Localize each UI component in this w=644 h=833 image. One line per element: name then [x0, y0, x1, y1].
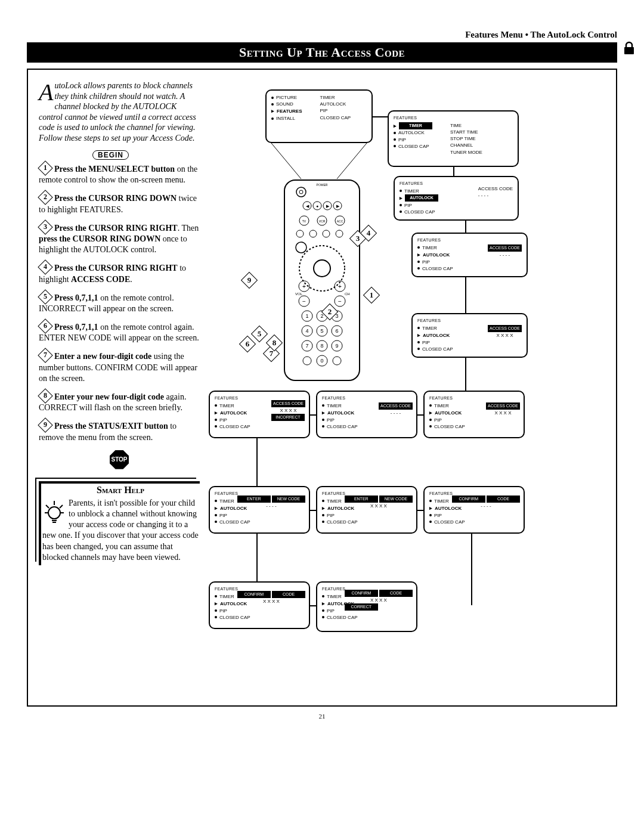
- smart-help-title: Smart Help: [41, 484, 200, 498]
- step-4: 4Press the CURSOR RING RIGHT to highligh…: [39, 262, 200, 284]
- diagram-column: PICTURE SOUND ▸FEATURES INSTALL TIMER AU…: [209, 80, 604, 695]
- menu-correct: FEATURES TIMER ▸AUTOLOCK PIP CLOSED CAP …: [316, 581, 417, 632]
- dropcap: A: [39, 80, 54, 102]
- svg-line-65: [337, 143, 367, 179]
- step-2: 2Press the CURSOR RING DOWN twice to hig…: [39, 193, 200, 215]
- marker-5: 5: [253, 328, 265, 340]
- step-number-icon: 2: [39, 193, 52, 202]
- content-frame: AutoLock allows parents to block channel…: [27, 69, 617, 707]
- marker-4: 4: [363, 227, 374, 239]
- svg-text:0: 0: [320, 358, 323, 364]
- page-title: Setting Up The Access Code: [27, 42, 617, 63]
- svg-text:7: 7: [305, 343, 308, 349]
- step-3: 3Press the CURSOR RING RIGHT. Then press…: [39, 222, 200, 256]
- lock-icon: [623, 41, 635, 55]
- begin-marker: BEGIN: [92, 150, 129, 160]
- marker-1: 1: [366, 289, 377, 301]
- menu-access-xxxx-b: FEATURES TIMER ▸AUTOLOCK PIP CLOSED CAP …: [423, 391, 525, 438]
- svg-text:4: 4: [305, 328, 308, 334]
- step-9: 9Press the STATUS/EXIT button to remove …: [39, 420, 200, 442]
- breadcrumb: Features Menu • The AutoLock Control: [27, 30, 617, 40]
- step-number-icon: 7: [39, 351, 52, 360]
- svg-text:8: 8: [320, 343, 323, 349]
- menu-access-dashes-b: FEATURES TIMER ▸AUTOLOCK PIP CLOSED CAP …: [316, 391, 417, 438]
- marker-2: 2: [324, 306, 336, 318]
- svg-text:6: 6: [335, 328, 338, 334]
- svg-text:●: ●: [316, 204, 318, 208]
- step-number-icon: 4: [39, 262, 52, 272]
- marker-8: 8: [268, 337, 280, 349]
- step-number-icon: 9: [39, 420, 52, 430]
- menu-enter-xxxx: FEATURES TIMER ▸AUTOLOCK PIP CLOSED CAP …: [316, 486, 417, 534]
- svg-text:POWER: POWER: [317, 183, 328, 187]
- menu-enter-dashes: FEATURES TIMER ▸AUTOLOCK PIP CLOSED CAP …: [209, 486, 310, 534]
- marker-6: 6: [242, 338, 253, 350]
- svg-point-1: [48, 507, 60, 519]
- menu-incorrect: FEATURES TIMER ▸AUTOLOCK PIP CLOSED CAP …: [209, 391, 310, 438]
- step-5: 5Press 0,7,1,1 on the remote control. IN…: [39, 292, 200, 314]
- svg-line-64: [271, 143, 301, 179]
- menu-access-xxxx: FEATURES TIMER ▸AUTOLOCK PIP CLOSED CAP …: [411, 313, 528, 358]
- svg-text:VOL: VOL: [295, 292, 303, 296]
- step-6: 6Press 0,7,1,1 on the remote control aga…: [39, 321, 200, 343]
- svg-text:CH: CH: [345, 292, 350, 296]
- svg-line-3: [46, 505, 49, 508]
- menu-confirm-xxxx: FEATURES TIMER ▸AUTOLOCK PIP CLOSED CAP …: [209, 581, 310, 629]
- svg-rect-7: [284, 180, 360, 380]
- step-1: 1Press the MENU/SELECT button on the rem…: [39, 163, 200, 185]
- svg-text:9: 9: [335, 343, 338, 349]
- svg-text:ACC: ACC: [337, 219, 343, 223]
- smart-help-box: Smart Help Parents, it isn't possible fo…: [39, 481, 200, 565]
- menu-access-dashes: FEATURES TIMER ▸AUTOLOCK PIP CLOSED CAP …: [411, 233, 528, 277]
- svg-text:TV: TV: [302, 219, 306, 223]
- step-7: 7Enter a new four-digit code using the n…: [39, 351, 200, 384]
- stop-icon: STOP: [110, 450, 129, 469]
- svg-text:5: 5: [320, 328, 323, 334]
- svg-text:−: −: [302, 298, 306, 305]
- instructions-column: AutoLock allows parents to block channel…: [39, 80, 200, 695]
- smart-help-body: Parents, it isn't possible for your chil…: [41, 498, 200, 565]
- menu-confirm-dashes: FEATURES TIMER ▸AUTOLOCK PIP CLOSED CAP …: [423, 486, 525, 534]
- menu-autolock: FEATURES TIMER ▸AUTOLOCK PIP CLOSED CAP …: [394, 176, 519, 221]
- step-number-icon: 6: [39, 321, 52, 331]
- step-number-icon: 5: [39, 292, 52, 302]
- svg-rect-0: [624, 47, 634, 54]
- step-8: 8Enter your new four-digit code again. C…: [39, 391, 200, 413]
- marker-9: 9: [243, 274, 255, 286]
- lightbulb-icon: [42, 498, 66, 528]
- svg-text:−: −: [338, 298, 342, 305]
- title-text: Setting Up The Access Code: [239, 45, 405, 60]
- step-number-icon: 3: [39, 222, 52, 232]
- svg-text:+: +: [302, 283, 306, 290]
- svg-text:VCR: VCR: [319, 219, 326, 223]
- projector-rays-icon: [265, 140, 373, 182]
- menu-main: PICTURE SOUND ▸FEATURES INSTALL TIMER AU…: [265, 89, 373, 143]
- intro-text: AutoLock allows parents to block channel…: [39, 80, 200, 143]
- page-number: 21: [27, 713, 617, 720]
- svg-line-4: [60, 505, 63, 508]
- step-number-icon: 1: [39, 163, 52, 173]
- menu-timer: FEATURES ▸TIMER AUTOLOCK PIP CLOSED CAP …: [388, 110, 519, 167]
- svg-text:+: +: [338, 283, 342, 290]
- svg-text:1: 1: [305, 313, 308, 319]
- step-number-icon: 8: [39, 391, 52, 401]
- remote-control-icon: ◀ ● ▶ ▶ TV VCR ACC + − + − VOL CH: [283, 179, 361, 382]
